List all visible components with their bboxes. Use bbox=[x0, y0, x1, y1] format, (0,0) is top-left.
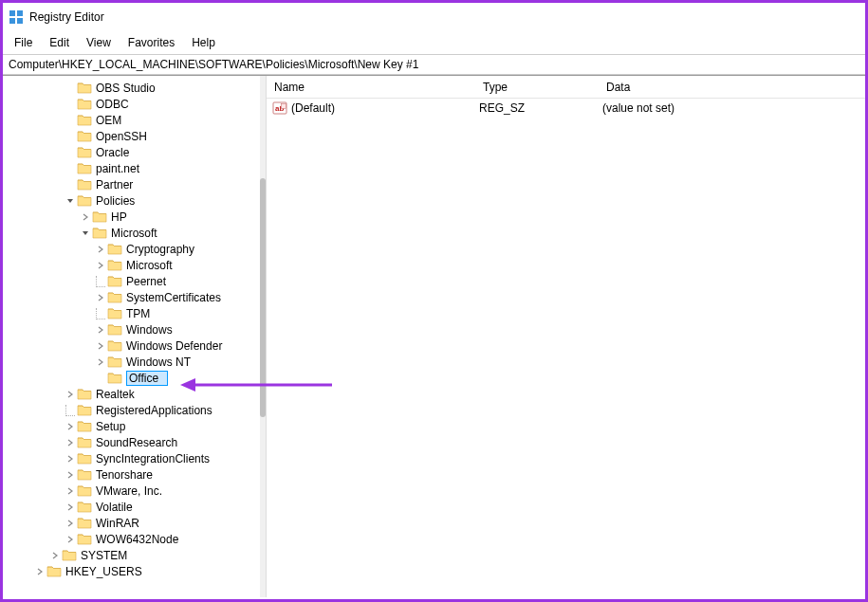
tree-item[interactable]: Windows Defender bbox=[3, 337, 266, 354]
tree-item[interactable]: Policies bbox=[3, 192, 266, 209]
folder-icon bbox=[77, 404, 92, 416]
folder-icon bbox=[107, 372, 122, 384]
menu-help[interactable]: Help bbox=[184, 33, 223, 52]
menubar: File Edit View Favorites Help bbox=[3, 31, 865, 54]
tree-item-label: OBS Studio bbox=[96, 82, 156, 95]
chevron-right-icon[interactable] bbox=[94, 323, 107, 337]
chevron-right-icon[interactable] bbox=[64, 501, 77, 514]
tree-item[interactable]: ODBC bbox=[3, 96, 266, 112]
folder-icon bbox=[107, 243, 122, 255]
tree-item[interactable]: OpenSSH bbox=[3, 128, 266, 144]
tree-item-label: Partner bbox=[96, 178, 133, 192]
rename-input[interactable] bbox=[126, 371, 168, 386]
tree-item[interactable]: Windows NT bbox=[3, 354, 266, 370]
tree-item[interactable]: HKEY_USERS bbox=[3, 563, 266, 579]
tree-item[interactable]: TPM bbox=[3, 305, 266, 321]
folder-icon bbox=[77, 82, 92, 94]
menu-favorites[interactable]: Favorites bbox=[120, 33, 182, 52]
tree-item-label: Policies bbox=[96, 194, 135, 208]
tree-item[interactable]: Realtek bbox=[3, 386, 266, 402]
tree-item[interactable]: WOW6432Node bbox=[3, 531, 266, 547]
tree-item[interactable]: SoundResearch bbox=[3, 434, 266, 450]
value-row[interactable]: (Default)REG_SZ(value not set) bbox=[267, 99, 865, 118]
folder-icon bbox=[107, 323, 122, 336]
tree-item[interactable]: Partner bbox=[3, 176, 266, 192]
tree-item[interactable]: Peernet bbox=[3, 273, 266, 289]
menu-edit[interactable]: Edit bbox=[42, 33, 77, 52]
chevron-right-icon[interactable] bbox=[64, 388, 77, 401]
tree-item[interactable]: SYSTEM bbox=[3, 547, 266, 563]
chevron-right-icon[interactable] bbox=[64, 533, 77, 546]
tree-item[interactable]: OBS Studio bbox=[3, 80, 266, 96]
chevron-right-icon[interactable] bbox=[79, 210, 92, 224]
chevron-right-icon[interactable] bbox=[64, 468, 77, 482]
folder-icon bbox=[77, 517, 92, 529]
tree-item-label: Peernet bbox=[126, 275, 166, 288]
tree-item[interactable]: SyncIntegrationClients bbox=[3, 450, 266, 466]
tree-item-label: SoundResearch bbox=[96, 436, 177, 449]
menu-view[interactable]: View bbox=[79, 33, 119, 52]
app-icon bbox=[9, 9, 24, 25]
folder-icon bbox=[77, 452, 92, 465]
tree-item-label: OpenSSH bbox=[96, 130, 147, 143]
tree-item[interactable]: Windows bbox=[3, 321, 266, 337]
chevron-right-icon[interactable] bbox=[48, 549, 62, 562]
tree-item[interactable]: Volatile bbox=[3, 499, 266, 515]
folder-icon bbox=[107, 259, 122, 271]
tree-item[interactable]: SystemCertificates bbox=[3, 289, 266, 305]
tree-item-label: WinRAR bbox=[96, 517, 139, 530]
tree-item-label: Oracle bbox=[96, 146, 129, 159]
chevron-right-icon[interactable] bbox=[64, 420, 77, 433]
tree-item[interactable]: Microsoft bbox=[3, 257, 266, 273]
tree-item[interactable]: paint.net bbox=[3, 160, 266, 176]
tree-item-label: TPM bbox=[126, 307, 150, 320]
chevron-right-icon[interactable] bbox=[94, 291, 107, 304]
folder-icon bbox=[77, 420, 92, 432]
tree-connector bbox=[94, 308, 107, 319]
tree-item[interactable]: Setup bbox=[3, 418, 266, 434]
chevron-right-icon[interactable] bbox=[64, 484, 77, 498]
chevron-right-icon[interactable] bbox=[94, 243, 107, 256]
tree-item-label: paint.net bbox=[96, 162, 139, 175]
chevron-right-icon[interactable] bbox=[94, 259, 107, 272]
tree-item[interactable]: WinRAR bbox=[3, 515, 266, 531]
tree-item-label: WOW6432Node bbox=[96, 533, 178, 546]
tree-item-label: SyncIntegrationClients bbox=[96, 452, 210, 465]
tree-item-label: Realtek bbox=[96, 388, 135, 401]
folder-icon bbox=[107, 356, 122, 368]
tree-item[interactable]: Tenorshare bbox=[3, 466, 266, 483]
chevron-right-icon[interactable] bbox=[64, 452, 77, 465]
address-bar[interactable]: Computer\HKEY_LOCAL_MACHINE\SOFTWARE\Pol… bbox=[3, 54, 865, 75]
column-data[interactable]: Data bbox=[599, 77, 865, 98]
folder-icon bbox=[77, 98, 92, 110]
svg-rect-0 bbox=[9, 10, 15, 16]
tree-item-label: Windows bbox=[126, 323, 173, 337]
address-text: Computer\HKEY_LOCAL_MACHINE\SOFTWARE\Pol… bbox=[9, 58, 418, 71]
column-name[interactable]: Name bbox=[267, 77, 475, 98]
folder-icon bbox=[77, 114, 92, 126]
chevron-right-icon[interactable] bbox=[33, 565, 46, 578]
tree-item[interactable]: RegisteredApplications bbox=[3, 402, 266, 418]
tree-item[interactable]: HP bbox=[3, 209, 266, 225]
tree-item[interactable]: Oracle bbox=[3, 144, 266, 160]
tree-scrollbar[interactable] bbox=[260, 76, 266, 597]
chevron-down-icon[interactable] bbox=[64, 194, 77, 208]
chevron-right-icon[interactable] bbox=[64, 517, 77, 530]
folder-icon bbox=[107, 307, 122, 319]
registry-tree[interactable]: OBS StudioODBCOEMOpenSSHOraclepaint.netP… bbox=[3, 80, 266, 579]
window-title: Registry Editor bbox=[29, 10, 104, 24]
chevron-down-icon[interactable] bbox=[79, 227, 92, 240]
chevron-right-icon[interactable] bbox=[64, 436, 77, 449]
column-type[interactable]: Type bbox=[475, 77, 599, 98]
folder-icon bbox=[107, 291, 122, 303]
tree-scroll-thumb[interactable] bbox=[260, 178, 266, 417]
chevron-right-icon[interactable] bbox=[94, 356, 107, 369]
menu-file[interactable]: File bbox=[7, 33, 40, 52]
tree-item[interactable] bbox=[3, 370, 266, 386]
tree-item[interactable]: VMware, Inc. bbox=[3, 483, 266, 499]
tree-item[interactable]: Cryptography bbox=[3, 241, 266, 257]
tree-item[interactable]: OEM bbox=[3, 112, 266, 128]
chevron-right-icon[interactable] bbox=[94, 339, 107, 353]
tree-item-label: RegisteredApplications bbox=[96, 404, 212, 417]
tree-item[interactable]: Microsoft bbox=[3, 225, 266, 241]
